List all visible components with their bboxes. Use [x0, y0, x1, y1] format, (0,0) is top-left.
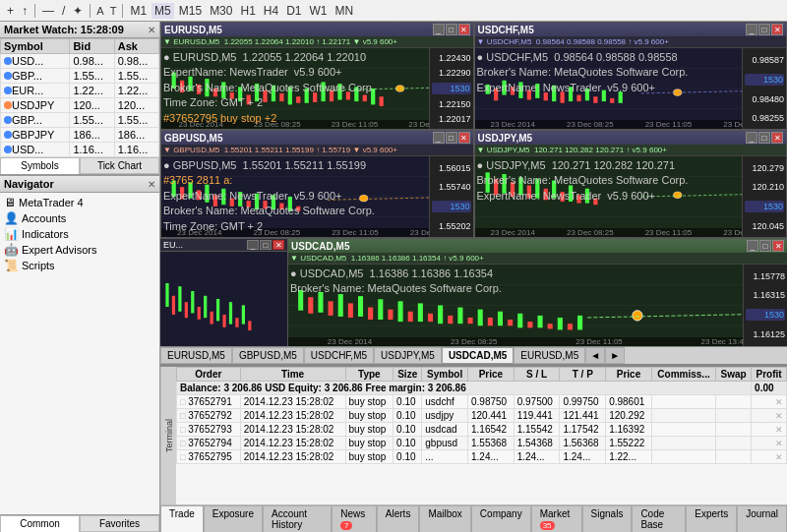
usdchf-price1: 0.98587: [745, 55, 784, 65]
toolbar-up-btn[interactable]: ↑: [19, 3, 30, 19]
chart-gbpusd: GBPUSD,M5 _ □ ✕ ▼ GBPUSD,M5 1.55201 1.55…: [160, 130, 474, 238]
mw-row[interactable]: GBP... 1.55... 1.55...: [1, 69, 159, 84]
chart-usdchf-info: ● USDCHF,M5 0.98564 0.98588 0.98558 Brok…: [477, 50, 689, 95]
terminal-tab-journal[interactable]: Journal: [737, 505, 787, 532]
terminal-tab-market[interactable]: Market35: [531, 505, 582, 532]
chart-usdcad-minimize[interactable]: _: [747, 240, 758, 252]
toolbar-mn-btn[interactable]: MN: [333, 3, 357, 19]
toolbar-m1-btn[interactable]: M1: [127, 3, 150, 19]
mw-ask: 120...: [114, 98, 158, 113]
terminal-tab-company[interactable]: Company: [471, 505, 531, 532]
mw-row[interactable]: EUR... 1.22... 1.22...: [1, 84, 159, 98]
chart-gbpusd-minimize[interactable]: _: [433, 132, 445, 144]
mini-chart-btn3[interactable]: ✕: [272, 240, 284, 250]
order-price: 0.98750: [468, 395, 515, 409]
toolbar-edit-btn[interactable]: /: [59, 3, 68, 19]
terminal-tab-account-history[interactable]: Account History: [263, 505, 332, 532]
chart-usdcad-subtitle: ▼ USDCAD,M5 1.16386 1.16386 1.16354 ↑ v5…: [288, 253, 787, 265]
terminal-tab-signals[interactable]: Signals: [582, 505, 633, 532]
chart-usdjpy-minimize[interactable]: _: [746, 132, 757, 144]
chart-usdjpy-maximize[interactable]: □: [758, 132, 770, 144]
nav-item-indicators[interactable]: 📊 Indicators: [2, 226, 157, 242]
chart-tab-arrow-left[interactable]: ◄: [585, 347, 605, 364]
chart-usdjpy-dates: 23 Dec 2014 23 Dec 08:25 23 Dec 11:05 23…: [475, 228, 787, 237]
mw-symbol: GBPJPY: [1, 128, 70, 143]
chart-tab-eurusd2[interactable]: EURUSD,M5: [514, 347, 585, 364]
nav-tab-favorites[interactable]: Favorites: [80, 515, 159, 532]
toolbar-line-btn[interactable]: —: [39, 3, 57, 19]
navigator-title-text: Navigator: [4, 178, 54, 190]
navigator-close[interactable]: ✕: [148, 179, 155, 190]
nav-item-accounts[interactable]: 👤 Accounts: [2, 210, 157, 226]
mw-row[interactable]: USD... 1.16... 1.16...: [1, 143, 159, 157]
order-cur-price: 1.16392: [606, 423, 652, 437]
terminal-tab-exposure[interactable]: Exposure: [204, 505, 263, 532]
chart-usdcad-body[interactable]: ● USDCAD,M5 1.16386 1.16386 1.16354 Brok…: [288, 265, 787, 346]
balance-text: Balance: 3 206.86 USD Equity: 3 206.86 F…: [177, 382, 752, 395]
mw-row[interactable]: GBPJPY 186... 186...: [1, 128, 159, 143]
mw-tab-tick[interactable]: Tick Chart: [80, 157, 159, 174]
svg-rect-47: [576, 95, 580, 102]
toolbar-h1-btn[interactable]: H1: [237, 3, 258, 19]
nav-item-metatrader-4[interactable]: 🖥 MetaTrader 4: [2, 195, 157, 210]
terminal-tab-alerts[interactable]: Alerts: [377, 505, 420, 532]
chart-usdchf-maximize[interactable]: □: [758, 24, 770, 35]
toolbar-h4-btn[interactable]: H4: [261, 3, 281, 19]
toolbar-w1-btn[interactable]: W1: [307, 3, 331, 19]
nav-icon: 📜: [4, 259, 19, 272]
mini-chart-btn2[interactable]: □: [260, 240, 272, 250]
chart-usdjpy-close[interactable]: ✕: [771, 132, 783, 144]
chart-tab-gbpusd[interactable]: GBPUSD,M5: [232, 347, 304, 364]
mw-tab-symbols[interactable]: Symbols: [0, 157, 80, 174]
chart-tab-usdjpy[interactable]: USDJPY,M5: [374, 347, 442, 364]
svg-rect-124: [378, 299, 383, 320]
nav-tab-common[interactable]: Common: [0, 515, 80, 532]
toolbar: + ↑ — / ✦ A T M1 M5 M15 M30 H1 H4 D1 W1 …: [0, 0, 787, 22]
chart-tab-arrow-right[interactable]: ►: [605, 347, 625, 364]
chart-gbpusd-close[interactable]: ✕: [458, 132, 470, 144]
toolbar-m15-btn[interactable]: M15: [176, 3, 205, 19]
col-profit: Profit: [752, 368, 787, 382]
terminal-side-label[interactable]: Terminal: [160, 367, 176, 504]
toolbar-new-btn[interactable]: +: [4, 3, 17, 19]
chart-tab-usdcad[interactable]: USDCAD,M5: [442, 347, 514, 364]
chart-tab-usdchf[interactable]: USDCHF,M5: [304, 347, 374, 364]
toolbar-d1-btn[interactable]: D1: [283, 3, 304, 19]
chart-usdcad-close[interactable]: ✕: [772, 240, 784, 252]
mw-row[interactable]: USD... 0.98... 0.98...: [1, 54, 159, 69]
chart-usdjpy-body[interactable]: ● USDJPY,M5 120.271 120.282 120.271 Brok…: [475, 156, 787, 237]
nav-item-expert-advisors[interactable]: 🤖 Expert Advisors: [2, 242, 157, 258]
chart-gbpusd-title: GBPUSD,M5: [164, 133, 222, 144]
col-comm: Commiss...: [651, 368, 715, 382]
mini-chart-body[interactable]: [160, 252, 287, 346]
chart-gbpusd-info: ● GBPUSD,M5 1.55201 1.55211 1.55199 #376…: [163, 158, 375, 237]
nav-item-scripts[interactable]: 📜 Scripts: [2, 258, 157, 273]
chart-usdchf-close[interactable]: ✕: [771, 24, 783, 35]
chart-tab-eurusd1[interactable]: EURUSD,M5: [160, 347, 232, 364]
terminal-tab-code-base[interactable]: Code Base: [632, 505, 686, 532]
mw-row[interactable]: GBP... 1.55... 1.55...: [1, 113, 159, 128]
mini-chart-controls: _ □ ✕: [247, 240, 284, 250]
chart-eurusd-minimize[interactable]: _: [433, 24, 445, 35]
toolbar-m30-btn[interactable]: M30: [207, 3, 235, 19]
terminal-tab-trade[interactable]: Trade: [160, 505, 204, 532]
terminal-tab-mailbox[interactable]: Mailbox: [419, 505, 470, 532]
chart-gbpusd-body[interactable]: ● GBPUSD,M5 1.55201 1.55211 1.55199 #376…: [161, 156, 473, 237]
terminal-tab-experts[interactable]: Experts: [686, 505, 737, 532]
market-watch-close[interactable]: ✕: [148, 25, 155, 35]
mini-chart-btn1[interactable]: _: [247, 240, 259, 250]
chart-eurusd-body[interactable]: ● EURUSD,M5 1.22055 1.22064 1.22010 Expe…: [161, 48, 473, 129]
order-tp: 1.56368: [560, 437, 606, 450]
toolbar-m5-btn[interactable]: M5: [151, 3, 174, 19]
chart-eurusd-close[interactable]: ✕: [458, 24, 470, 35]
chart-usdcad-maximize[interactable]: □: [759, 240, 771, 252]
terminal-tab-news[interactable]: News7: [332, 505, 377, 532]
chart-gbpusd-maximize[interactable]: □: [446, 132, 457, 144]
toolbar-star-btn[interactable]: ✦: [70, 3, 86, 19]
chart-usdchf-body[interactable]: ● USDCHF,M5 0.98564 0.98588 0.98558 Brok…: [475, 48, 787, 129]
chart-usdchf-minimize[interactable]: _: [746, 24, 757, 35]
chart-eurusd-maximize[interactable]: □: [446, 24, 457, 35]
mini-chart-container: EU... _ □ ✕: [160, 239, 288, 346]
mw-row[interactable]: USDJPY 120... 120...: [1, 98, 159, 113]
svg-rect-123: [368, 308, 373, 320]
